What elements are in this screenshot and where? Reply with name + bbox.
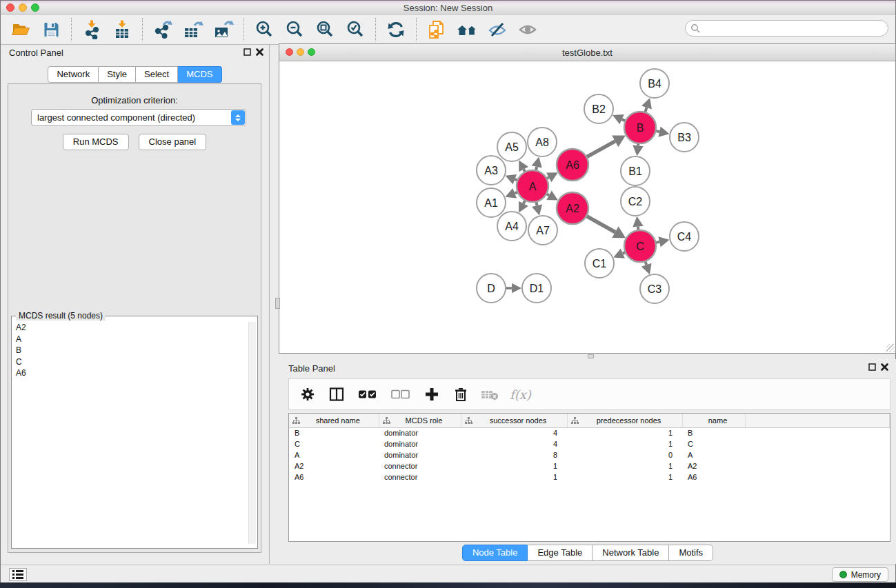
float-panel-icon[interactable] (868, 363, 876, 371)
unselect-all-columns-icon[interactable] (390, 385, 412, 403)
node-label-C1: C1 (593, 258, 607, 270)
export-image-icon[interactable] (212, 19, 235, 41)
window-title: Session: New Session (1, 3, 895, 13)
table-row[interactable]: A6connector11A6 (289, 472, 890, 483)
column-header-name[interactable]: name (682, 414, 745, 427)
table-header-row[interactable]: shared nameMCDS rolesuccessor nodesprede… (289, 414, 890, 427)
cell[interactable]: 1 (567, 438, 682, 449)
table-row[interactable]: Bdominator41B (289, 427, 890, 438)
first-neighbors-icon[interactable] (455, 19, 479, 41)
result-item[interactable]: C (16, 356, 248, 368)
tab-network-table[interactable]: Network Table (593, 545, 669, 561)
result-item[interactable]: A2 (16, 322, 248, 334)
tab-network[interactable]: Network (48, 66, 99, 83)
close-panel-icon[interactable] (256, 48, 263, 56)
apply-layout-icon[interactable] (384, 19, 408, 41)
network-graph[interactable]: B4B2BB3A8A5A6A3B1AA1C2A2A4A7C4CC1C3DD1 (279, 61, 895, 352)
attribute-type-icon (571, 417, 579, 425)
show-all-icon[interactable] (516, 19, 539, 41)
horizontal-split-grip[interactable] (588, 354, 594, 358)
cell[interactable]: connector (379, 460, 461, 472)
window-resize-grip[interactable] (886, 344, 895, 352)
tab-mcds[interactable]: MCDS (178, 66, 221, 83)
cell[interactable]: A2 (289, 460, 379, 472)
float-panel-icon[interactable] (243, 48, 251, 56)
open-session-icon[interactable] (9, 19, 32, 41)
tab-motifs[interactable]: Motifs (669, 545, 713, 561)
cell[interactable]: 0 (567, 449, 682, 460)
list-icon (12, 570, 23, 579)
result-item[interactable]: B (16, 345, 248, 356)
zoom-selected-icon[interactable] (344, 19, 367, 41)
edge-A6-B[interactable] (585, 141, 615, 158)
table-row[interactable]: A2connector11A2 (289, 460, 890, 472)
cell[interactable]: 1 (567, 472, 682, 483)
import-table-icon[interactable] (110, 19, 134, 41)
cell[interactable]: dominator (379, 449, 461, 460)
zoom-in-icon[interactable] (252, 19, 276, 41)
column-header-shared-name[interactable]: shared name (289, 414, 379, 427)
column-header-MCDS-role[interactable]: MCDS role (379, 414, 461, 427)
cell[interactable]: B (682, 427, 745, 438)
result-scrollbar[interactable] (248, 322, 256, 544)
cell[interactable]: A2 (682, 460, 745, 472)
cell[interactable]: 1 (567, 427, 682, 438)
result-item[interactable]: A6 (16, 367, 248, 379)
save-session-icon[interactable] (39, 19, 63, 41)
node-table-grid[interactable]: shared nameMCDS rolesuccessor nodesprede… (289, 414, 890, 483)
task-history-button[interactable] (9, 568, 27, 581)
cell[interactable]: 4 (461, 438, 567, 449)
cell[interactable]: B (289, 427, 379, 438)
cell[interactable]: 1 (461, 460, 567, 472)
cell[interactable]: 1 (461, 472, 567, 483)
arrowhead-icon (633, 145, 644, 156)
edge-A2-C[interactable] (585, 215, 615, 232)
tab-node-table[interactable]: Node Table (462, 545, 528, 561)
zoom-fit-icon[interactable] (313, 19, 337, 41)
cell[interactable]: connector (379, 472, 461, 483)
show-column-panel-icon[interactable] (328, 385, 346, 403)
delete-table-icon (481, 385, 499, 403)
table-row[interactable]: Adominator80A (289, 449, 890, 460)
cell[interactable]: A6 (682, 472, 745, 483)
tab-style[interactable]: Style (99, 66, 136, 83)
close-panel-icon[interactable] (881, 363, 888, 371)
select-all-columns-icon[interactable] (357, 385, 379, 403)
mcds-result-list[interactable]: A2ABCA6 (13, 322, 248, 544)
create-new-column-icon[interactable] (423, 385, 441, 403)
cell[interactable]: A (682, 449, 745, 460)
cell[interactable]: 4 (461, 427, 567, 438)
new-network-from-selection-icon[interactable] (425, 19, 448, 41)
cell[interactable]: A6 (289, 472, 379, 483)
hide-selected-icon[interactable] (486, 19, 509, 41)
export-network-icon[interactable] (151, 19, 175, 41)
zoom-out-icon[interactable] (283, 19, 306, 41)
tab-edge-table[interactable]: Edge Table (528, 545, 593, 561)
node-label-B2: B2 (592, 103, 606, 115)
export-table-icon[interactable] (181, 19, 205, 41)
column-header-predecessor-nodes[interactable]: predecessor nodes (567, 414, 682, 427)
cell[interactable]: dominator (379, 427, 461, 438)
run-mcds-button[interactable]: Run MCDS (63, 134, 129, 150)
cell[interactable]: A (289, 449, 379, 460)
column-header-successor-nodes[interactable]: successor nodes (461, 414, 567, 427)
cell[interactable]: C (682, 438, 745, 449)
criterion-select[interactable]: largest connected component (directed) (31, 109, 246, 126)
network-canvas[interactable]: B4B2BB3A8A5A6A3B1AA1C2A2A4A7C4CC1C3DD1 (279, 61, 895, 352)
cell[interactable]: 1 (567, 460, 682, 472)
split-pane-grip[interactable] (275, 298, 280, 309)
table-options-gear-icon[interactable] (299, 385, 317, 403)
close-panel-button[interactable]: Close panel (139, 134, 207, 150)
memory-button[interactable]: Memory (832, 567, 888, 582)
memory-status-icon (839, 571, 847, 578)
delete-columns-icon[interactable] (452, 385, 470, 403)
cell[interactable]: C (289, 438, 379, 449)
tab-select[interactable]: Select (136, 66, 178, 83)
search-input[interactable] (685, 20, 888, 37)
table-row[interactable]: Cdominator41C (289, 438, 890, 449)
cell[interactable]: dominator (379, 438, 461, 449)
result-item[interactable]: A (16, 334, 248, 345)
select-stepper-icon (231, 110, 245, 125)
cell[interactable]: 8 (461, 449, 567, 460)
import-network-icon[interactable] (80, 19, 103, 41)
